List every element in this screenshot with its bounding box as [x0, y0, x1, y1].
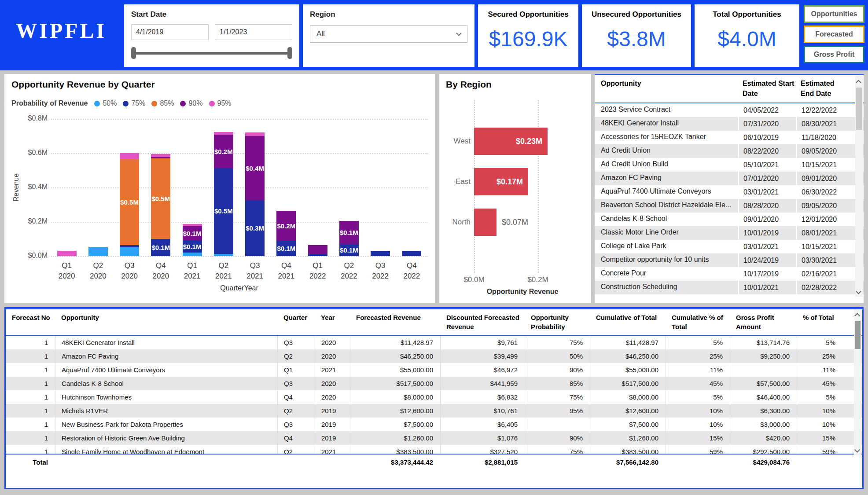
bar-segment-75%-Q1-2022[interactable] [308, 254, 327, 256]
bar-stack[interactable]: $0.1M$0.5M [151, 154, 170, 256]
table-row[interactable]: Classic Motor Line Order10/01/201908/01/… [595, 226, 864, 240]
table-row[interactable]: Concrete Pour10/17/201902/16/2021 [595, 267, 864, 281]
bar-stack[interactable]: $0.3M$0.4M [245, 132, 265, 256]
date-range-slider[interactable] [131, 47, 292, 59]
bar-segment-75%-Q3-2022[interactable] [371, 251, 390, 256]
table-row[interactable]: Ad Credit Union08/22/202009/05/2020 [595, 144, 864, 158]
table-row[interactable]: Accessories for 15REOZK Tanker06/10/2019… [595, 131, 864, 144]
nav-button-gross-profit[interactable]: Gross Profit [804, 46, 864, 63]
scroll-up-icon[interactable] [854, 313, 860, 319]
table-row[interactable]: College of Lake Park03/01/202110/15/2021 [595, 240, 864, 253]
table-row[interactable]: 1AquaPruf 7400 Ultimate ConveyorsQ12021$… [6, 363, 862, 377]
table-row[interactable]: AquaPruf 7400 Ultimate Conveyors03/01/20… [595, 185, 864, 199]
bar-segment-90%-Q4-2021[interactable]: $0.2M [276, 211, 296, 241]
nav-button-forecasted[interactable]: Forecasted [804, 26, 864, 43]
table-row[interactable]: 1Restoration of Historic Green Ave Build… [6, 431, 862, 445]
column-header[interactable]: Estimated End Date [796, 78, 849, 99]
bar-segment-90%-Q1-2021[interactable]: $0.1M [183, 226, 202, 240]
bar-stack[interactable]: $0.1M$0.1M [183, 224, 202, 256]
scrollbar[interactable] [855, 76, 863, 297]
nav-button-opportunities[interactable]: Opportunities [804, 5, 864, 23]
scroll-up-icon[interactable] [856, 80, 861, 85]
column-header[interactable]: Opportunity [595, 78, 738, 99]
table-row[interactable]: 148KEKI Generator InstallQ32020$11,428.9… [6, 336, 862, 349]
bar-stack[interactable]: $0.1M$0.2M [276, 211, 296, 256]
column-header[interactable]: Quarter [277, 313, 315, 335]
table-row[interactable]: 1Candelas K-8 SchoolQ32020$517,500.00$44… [6, 377, 862, 390]
bar-segment-75%-Q2-2021[interactable]: $0.5M [214, 168, 233, 254]
start-date-to-input[interactable]: 1/1/2023 [215, 24, 292, 40]
column-header[interactable]: Discounted Forecasted Revenue [440, 313, 525, 335]
table-row[interactable]: Candelas K-8 School09/01/202012/01/2020 [595, 213, 864, 226]
bar-segment-95%-Q4-2020[interactable] [151, 154, 170, 157]
bar-segment-50%-Q1-2021[interactable] [183, 253, 202, 256]
column-header[interactable]: Estimated Start Date [738, 78, 796, 99]
table-row[interactable]: Construction Scheduling10/01/202102/28/2… [595, 281, 864, 294]
column-header[interactable]: Gross Profit Amount [730, 313, 797, 335]
bar-segment-95%-Q2-2021[interactable] [214, 132, 233, 135]
legend-item-75%[interactable]: 75% [123, 99, 145, 107]
legend-item-90%[interactable]: 90% [180, 99, 202, 107]
bar-segment-85%-Q3-2020[interactable]: $0.5M [120, 159, 139, 245]
bar-segment-50%-Q2-2020[interactable] [88, 247, 108, 256]
table-row[interactable]: Ad Credit Union Build05/10/202110/15/202… [595, 158, 864, 172]
bar-segment-85%-Q4-2020[interactable]: $0.5M [151, 158, 170, 239]
slider-track[interactable] [132, 52, 291, 55]
bar-stack[interactable] [88, 247, 108, 256]
column-header[interactable]: Year [315, 313, 350, 335]
column-header[interactable]: Forecasted Revenue [350, 313, 440, 335]
table-row[interactable]: 1Michels R1VERQ22019$12,600.00$10,76195%… [6, 404, 862, 418]
column-header[interactable]: Opportunity Probability [525, 313, 590, 335]
slider-handle-left[interactable] [131, 47, 136, 59]
column-header[interactable]: Cumulative % of Total [666, 313, 730, 335]
bar-segment-95%-Q3-2021[interactable] [245, 132, 265, 136]
table-row[interactable]: 1New Business Park for Dakota Properties… [6, 418, 862, 431]
bar-segment-75%-Q3-2020[interactable] [120, 245, 139, 247]
table-row[interactable]: 1Single Family Home at Woodhaven at Edge… [6, 445, 862, 454]
bar-stack[interactable]: $0.5M [120, 153, 139, 256]
column-header[interactable]: Opportunity [55, 313, 277, 335]
legend-item-85%[interactable]: 85% [151, 99, 174, 107]
region-dropdown[interactable]: All [310, 25, 467, 43]
bar-stack[interactable] [371, 251, 390, 256]
table-row[interactable]: 48KEKI Generator Install07/31/202008/30/… [595, 117, 864, 131]
table-row[interactable]: Amazon FC Paving07/01/202009/01/2020 [595, 172, 864, 185]
scroll-down-icon[interactable] [856, 289, 861, 294]
column-header[interactable]: % of Total [797, 313, 842, 335]
scrollbar-thumb[interactable] [856, 88, 862, 130]
table-row[interactable]: 2023 Service Contract04/05/202212/22/202… [595, 103, 864, 117]
bar-segment-95%-Q1-2020[interactable] [57, 251, 77, 256]
bar-segment-75%-Q4-2022[interactable] [402, 251, 421, 256]
bar-segment-90%-Q2-2021[interactable]: $0.2M [214, 135, 233, 168]
bar-segment-90%-Q4-2020[interactable] [151, 157, 170, 158]
bar-segment-90%-Q3-2021[interactable]: $0.4M [245, 136, 265, 200]
bar-segment-75%-Q2-2022[interactable]: $0.1M [339, 244, 359, 256]
table-row[interactable]: 1Hutchinson TownhomesQ42020$8,000.00$6,8… [6, 390, 862, 404]
bar-segment-95%-Q3-2020[interactable] [120, 153, 139, 159]
bar-segment-75%-Q3-2021[interactable]: $0.3M [245, 200, 265, 256]
bar-stack[interactable]: $0.1M$0.1M [339, 221, 359, 256]
table-row[interactable]: Beaverton School District Hazeldale Ele.… [595, 199, 864, 213]
bar-stack[interactable] [308, 245, 327, 256]
legend-item-50%[interactable]: 50% [94, 99, 117, 107]
bar-stack[interactable]: $0.5M$0.2M [214, 132, 233, 256]
column-header[interactable]: Cumulative of Total [590, 313, 666, 335]
bar-stack[interactable] [57, 251, 77, 256]
bar-segment-90%-Q1-2022[interactable] [308, 245, 327, 254]
bar-segment-75%-Q1-2021[interactable]: $0.1M [183, 240, 202, 253]
bar-segment-75%-Q4-2021[interactable]: $0.1M [276, 241, 296, 256]
bar-stack[interactable] [402, 251, 421, 256]
scrollbar[interactable] [854, 309, 861, 455]
legend-item-95%[interactable]: 95% [209, 99, 232, 107]
table-row[interactable]: 1Amazon FC PavingQ22020$46,250.00$39,499… [6, 349, 862, 363]
bar-segment-90%-Q2-2022[interactable]: $0.1M [339, 221, 359, 244]
column-header[interactable]: Forecast No [6, 313, 55, 335]
scrollbar-thumb[interactable] [855, 321, 861, 349]
start-date-from-input[interactable]: 4/1/2019 [131, 24, 209, 40]
table-row[interactable]: Competitor opportunity for 10 units10/24… [595, 253, 864, 267]
bar-segment-95%-Q1-2021[interactable] [183, 224, 202, 226]
bar-segment-50%-Q3-2020[interactable] [120, 247, 139, 256]
scroll-down-icon[interactable] [854, 447, 860, 453]
region-bar-north[interactable] [474, 209, 497, 236]
slider-handle-right[interactable] [287, 47, 292, 59]
